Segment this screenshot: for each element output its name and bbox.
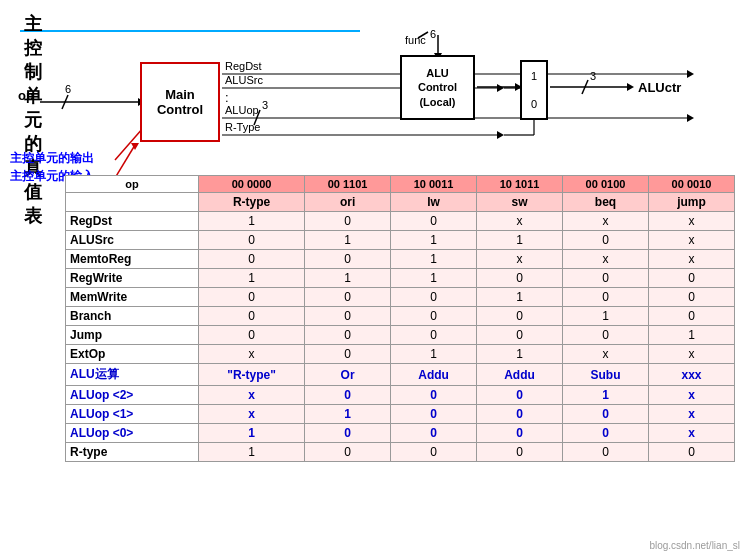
aluop-0-row: ALUop <0> 1 0 0 0 0 x	[66, 424, 735, 443]
op-code-1: 00 1101	[305, 176, 391, 193]
row-header-1: ALUSrc	[66, 231, 199, 250]
empty-header	[66, 193, 199, 212]
main-control-box: Main Control	[140, 62, 220, 142]
table-row: Branch 0 0 0 0 1 0	[66, 307, 735, 326]
instr-2: lw	[391, 193, 477, 212]
row-header-4: MemWrite	[66, 288, 199, 307]
svg-text:3: 3	[262, 99, 268, 111]
diagram-area: op 6 RegDst ALUSrc : 3 ALUop R-Type func…	[10, 30, 730, 175]
watermark: blog.csdn.net/lian_sl	[647, 538, 742, 553]
row-header-6: Jump	[66, 326, 199, 345]
aluop-0-header: ALUop <0>	[66, 424, 199, 443]
svg-marker-9	[497, 84, 504, 92]
svg-marker-18	[497, 131, 504, 139]
instr-5: jump	[648, 193, 734, 212]
mux-0-label: 0	[531, 98, 537, 110]
op-code-3: 10 1011	[477, 176, 563, 193]
svg-marker-40	[131, 143, 139, 150]
svg-line-39	[115, 145, 135, 175]
truth-table: op 00 0000 00 1101 10 0011 10 1011 00 01…	[65, 175, 735, 462]
aluop-2-header: ALUop <2>	[66, 386, 199, 405]
svg-text:R-Type: R-Type	[225, 121, 260, 133]
row-header-7: ExtOp	[66, 345, 199, 364]
alu-control-box: ALUControl(Local)	[400, 55, 475, 120]
op-label-cell: op	[66, 176, 199, 193]
svg-line-29	[582, 80, 588, 94]
table-row: ExtOp x 0 1 1 x x	[66, 345, 735, 364]
op-header-row: op 00 0000 00 1101 10 0011 10 1011 00 01…	[66, 176, 735, 193]
mux-1-label: 1	[531, 70, 537, 82]
rtype-row: R-type 1 0 0 0 0 0	[66, 443, 735, 462]
instr-3: sw	[477, 193, 563, 212]
aluop-1-header: ALUop <1>	[66, 405, 199, 424]
instr-1: ori	[305, 193, 391, 212]
row-header-0: RegDst	[66, 212, 199, 231]
svg-line-23	[418, 32, 428, 38]
diagram-svg: op 6 RegDst ALUSrc : 3 ALUop R-Type func…	[10, 30, 730, 175]
svg-text:ALUctr: ALUctr	[638, 80, 681, 95]
table-row: MemtoReg 0 0 1 x x x	[66, 250, 735, 269]
alu-operation-row: ALU运算 "R-type" Or Addu Addu Subu xxx	[66, 364, 735, 386]
instr-0: R-type	[199, 193, 305, 212]
main-table: op 00 0000 00 1101 10 0011 10 1011 00 01…	[65, 175, 735, 462]
svg-marker-6	[687, 70, 694, 78]
op-code-4: 00 0100	[563, 176, 649, 193]
aluop-2-row: ALUop <2> x 0 0 0 1 x	[66, 386, 735, 405]
svg-text:6: 6	[430, 30, 436, 40]
svg-line-2	[62, 95, 68, 109]
svg-line-14	[254, 110, 260, 125]
mux-box: 1 0	[520, 60, 548, 120]
svg-text:func: func	[405, 34, 426, 46]
op-code-0: 00 0000	[199, 176, 305, 193]
table-row: MemWrite 0 0 0 1 0 0	[66, 288, 735, 307]
output-annotation: 主控单元的输出	[10, 150, 94, 167]
table-row: RegWrite 1 1 1 0 0 0	[66, 269, 735, 288]
svg-text:3: 3	[590, 70, 596, 82]
row-header-3: RegWrite	[66, 269, 199, 288]
svg-text:ALUop: ALUop	[225, 104, 259, 116]
svg-marker-28	[627, 83, 634, 91]
instruction-name-row: R-type ori lw sw beq jump	[66, 193, 735, 212]
svg-text:op: op	[18, 88, 34, 103]
op-code-5: 00 0010	[648, 176, 734, 193]
table-row: ALUSrc 0 1 1 1 0 x	[66, 231, 735, 250]
row-header-2: MemtoReg	[66, 250, 199, 269]
svg-marker-13	[687, 114, 694, 122]
svg-text:RegDst: RegDst	[225, 60, 262, 72]
svg-text:ALUSrc: ALUSrc	[225, 74, 263, 86]
rtype-header: R-type	[66, 443, 199, 462]
op-code-2: 10 0011	[391, 176, 477, 193]
alu-op-header: ALU运算	[66, 364, 199, 386]
instr-4: beq	[563, 193, 649, 212]
table-row: Jump 0 0 0 0 0 1	[66, 326, 735, 345]
svg-text::: :	[225, 90, 229, 105]
svg-text:6: 6	[65, 83, 71, 95]
row-header-5: Branch	[66, 307, 199, 326]
table-row: RegDst 1 0 0 x x x	[66, 212, 735, 231]
aluop-1-row: ALUop <1> x 1 0 0 0 x	[66, 405, 735, 424]
